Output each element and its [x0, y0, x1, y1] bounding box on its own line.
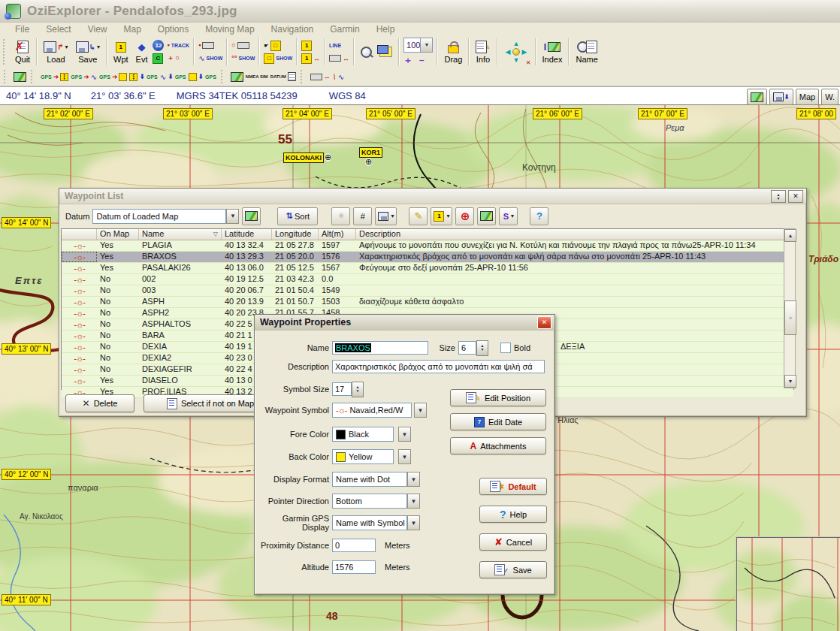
waypoint-number-button[interactable]: 1▾ [431, 207, 452, 225]
zoom-in-out-buttons[interactable]: ＋－ [403, 54, 433, 67]
map-image-button[interactable] [242, 207, 261, 225]
symbol-size-spinner[interactable]: ▲▼ [352, 382, 364, 397]
map-ruler-button[interactable] [14, 71, 26, 83]
chevron-down-icon[interactable]: ▼ [226, 209, 239, 224]
table-row[interactable]: No 002 40 19 12.5 21 03 42.3 0.0 [62, 274, 793, 285]
close-button[interactable]: ✕ [788, 190, 803, 203]
name-field[interactable]: BRAXOS [332, 341, 428, 355]
gps-get-events-button[interactable]: GPS➜ [99, 71, 127, 83]
datum-button[interactable]: DATUM [270, 71, 296, 83]
chevron-down-icon[interactable]: ▼ [407, 515, 420, 530]
measure-button[interactable]: ↔ [310, 71, 331, 83]
menu-options[interactable]: Options [158, 24, 189, 35]
save-button[interactable]: ↳▾ Save [72, 38, 104, 66]
display-format-select[interactable]: Name with Dot ▼ [332, 472, 420, 487]
chevron-down-icon[interactable]: ▼ [407, 494, 420, 509]
gps-get-track-button[interactable]: GPS➜∿ [71, 71, 97, 83]
gps-send-waypoints-button[interactable]: ⋮⬇GPS [129, 71, 157, 83]
track-control-button[interactable]: ▪TRACK [167, 40, 189, 51]
save-button[interactable]: ✓Save [479, 561, 547, 578]
rollup-button[interactable]: ▲▼ [771, 190, 786, 203]
overview-map[interactable] [736, 537, 840, 631]
menu-help[interactable]: Help [376, 24, 395, 35]
edit-button[interactable]: ✎ [409, 207, 428, 225]
back-color-select[interactable]: Yellow ▼ [332, 449, 411, 464]
sort-button[interactable]: ⇅Sort [277, 207, 318, 225]
show-points-button2[interactable]: °°SHOW [231, 53, 255, 64]
default-button[interactable]: ✱Default [479, 478, 547, 495]
toolbar-grip[interactable] [4, 70, 9, 83]
show-waypoints-button2[interactable]: □SHOW [264, 53, 292, 64]
magnify-button[interactable] [357, 38, 376, 66]
table-scrollbar[interactable]: ▲ ≡ ▼ [784, 228, 796, 388]
waypoint-symbol-icon[interactable]: ⊕ [325, 153, 331, 162]
goto-waypoint-button[interactable]: ⊕ [455, 207, 474, 225]
symbol-set-button[interactable]: S▾ [499, 207, 518, 225]
gps-get-waypoints-button[interactable]: GPS➜⋮ [41, 71, 68, 83]
page1b-button[interactable]: 1↔ [301, 53, 320, 64]
altitude-field[interactable]: 1576 [332, 560, 376, 574]
header-altitude[interactable]: Alt(m) [319, 229, 356, 240]
edit-date-button[interactable]: 7Edit Date [450, 413, 546, 430]
size-spinner[interactable]: ▲▼ [476, 340, 488, 356]
save-list-button[interactable]: ▾ [375, 207, 397, 225]
photo-button[interactable] [477, 207, 496, 225]
chevron-down-icon[interactable]: ▼ [407, 472, 420, 487]
table-row[interactable]: No ASPH 40 20 13.9 21 01 50.7 1503 διασχ… [62, 297, 793, 308]
show-waypoints-button[interactable]: ☛□ [264, 40, 292, 51]
close-icon[interactable]: ✕ [537, 316, 551, 329]
menu-select[interactable]: Select [46, 24, 71, 35]
dialog-titlebar[interactable]: Waypoint Properties ✕ [255, 315, 554, 331]
page1-button[interactable]: 1 [301, 40, 320, 51]
grid-toggle-button[interactable]: # [353, 207, 372, 225]
proximity-field[interactable]: 0 [332, 539, 376, 552]
zoom-dropdown-icon[interactable]: ▼ [420, 38, 432, 52]
show-track-button2[interactable]: ∿SHOW [198, 53, 222, 64]
scroll-down-icon[interactable]: ▼ [784, 375, 796, 388]
ruler-tool-button[interactable]: ↔ [329, 53, 349, 64]
chevron-down-icon[interactable]: ▼ [398, 427, 411, 442]
map-panel-button[interactable]: Map [796, 89, 819, 105]
scroll-up-icon[interactable]: ▲ [784, 229, 796, 242]
line-tool-button[interactable]: LINE [329, 40, 349, 51]
header-description[interactable]: Description [356, 229, 793, 240]
drag-button[interactable]: Drag [440, 38, 466, 66]
nmea-sim-button[interactable]: NMEA SIM [246, 71, 268, 83]
save-view-button[interactable]: ⬇ [769, 89, 793, 105]
quit-button[interactable]: ✗ Quit [11, 38, 34, 66]
comments-button[interactable]: C [153, 53, 164, 64]
fore-color-select[interactable]: Black ▼ [332, 427, 411, 442]
help-button[interactable]: ?Help [479, 506, 547, 523]
edit-position-button[interactable]: ✎Edit Position [450, 389, 546, 406]
header-longitude[interactable]: Longitude [272, 229, 319, 240]
name-search-button[interactable]: Name [572, 38, 601, 66]
waypoint-label-kor1[interactable]: KOR1 [359, 147, 382, 158]
garmin-display-select[interactable]: Name with Symbol ▼ [332, 515, 420, 530]
waypoint-symbol-icon[interactable]: ⊕ [365, 158, 372, 166]
table-row[interactable]: No 003 40 20 06.7 21 01 50.4 1549 [62, 285, 793, 297]
menu-garmin[interactable]: Garmin [330, 24, 359, 35]
delete-all-button[interactable]: ✳ [331, 207, 350, 225]
toolbar-grip[interactable] [3, 39, 8, 65]
menu-file[interactable]: File [15, 24, 29, 35]
pan-control[interactable]: ▲ ◀▶ ▼ ✕ [500, 38, 533, 66]
pointer-direction-select[interactable]: Bottom ▼ [332, 494, 420, 509]
scroll-thumb[interactable]: ≡ [784, 300, 796, 335]
chevron-down-icon[interactable]: ▼ [414, 403, 427, 418]
description-field[interactable]: Χαρακτηριστικός βράχος από το μονοπάτι κ… [332, 360, 545, 373]
pan-close-icon[interactable]: ✕ [526, 59, 531, 66]
table-row[interactable]: Yes BRAXOS 40 13 29.3 21 05 20.0 1576 Χα… [62, 252, 793, 263]
help-button[interactable]: ? [530, 207, 548, 225]
menu-view[interactable]: View [88, 24, 107, 35]
info-button[interactable]: ✎ Info [472, 38, 494, 66]
chevron-down-icon[interactable]: ▼ [398, 449, 411, 464]
menu-map[interactable]: Map [124, 24, 141, 35]
datum-select[interactable]: Datum of Loaded Map ▼ [92, 208, 239, 225]
gps-send-events-button[interactable]: ⬇GPS [189, 71, 216, 83]
map-points-button[interactable]: 12 [153, 40, 164, 51]
show-points-button[interactable]: ○ [231, 40, 255, 51]
menu-moving-map[interactable]: Moving Map [205, 24, 254, 35]
header-latitude[interactable]: Latitude [222, 229, 272, 240]
waypoint-symbol-select[interactable]: Navaid,Red/W ▼ [332, 403, 427, 418]
header-onmap[interactable]: On Map [97, 229, 139, 240]
